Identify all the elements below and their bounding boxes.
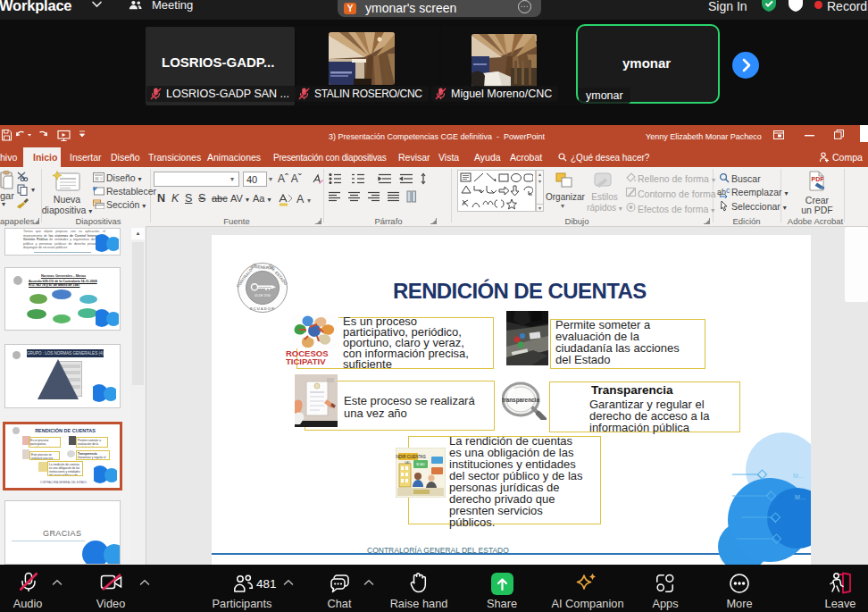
svg-text:$CAD: $CAD <box>416 463 425 466</box>
svg-text:RENDIR CUENTAS: RENDIR CUENTAS <box>396 455 426 459</box>
svg-text:transparencia: transparencia <box>502 397 539 404</box>
svg-text:ECUADOR: ECUADOR <box>250 306 275 311</box>
svg-text:GAD: GAD <box>405 461 411 465</box>
svg-text:PDF: PDF <box>812 176 825 182</box>
svg-text:05 DE 1930: 05 DE 1930 <box>255 294 271 298</box>
svg-text:c: c <box>726 187 730 195</box>
svg-text:M…: M… <box>795 494 806 500</box>
svg-text:M…: M… <box>793 473 805 479</box>
svg-text:ab: ab <box>717 188 726 197</box>
